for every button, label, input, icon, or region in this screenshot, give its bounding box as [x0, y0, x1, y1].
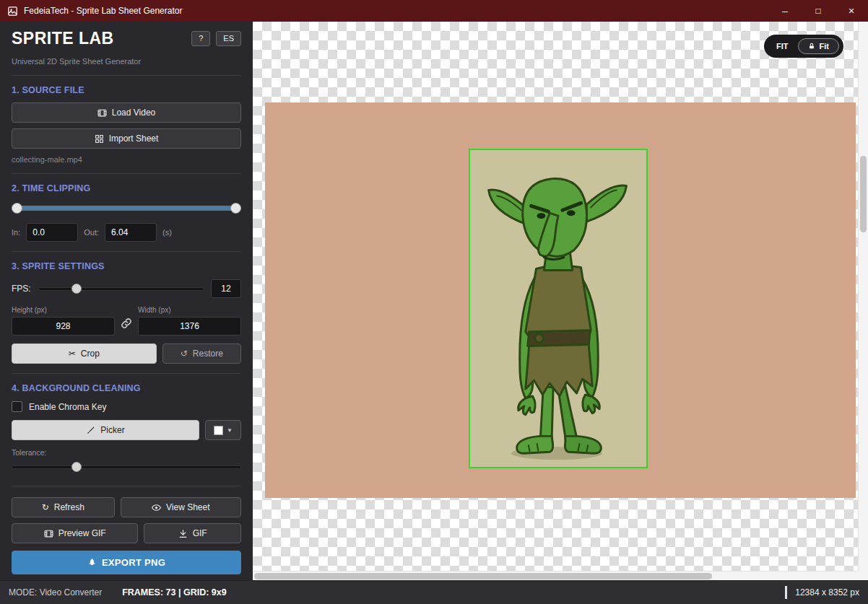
time-out-handle[interactable] — [230, 203, 241, 214]
time-io-row: In: Out: (s) — [12, 223, 241, 242]
preview-gif-button[interactable]: Preview GIF — [12, 523, 138, 543]
chroma-key-checkbox[interactable] — [12, 401, 22, 412]
gif-export-button[interactable]: GIF — [144, 523, 241, 543]
link-icon — [121, 318, 132, 329]
export-png-button[interactable]: EXPORT PNG — [12, 551, 241, 574]
time-range-slider[interactable] — [12, 203, 241, 214]
statusbar-divider — [785, 586, 787, 599]
language-button[interactable]: ES — [216, 31, 241, 46]
load-video-label: Load Video — [112, 108, 156, 118]
picker-row: Picker ▼ — [12, 420, 241, 440]
fit-mode-label[interactable]: FIT — [768, 42, 797, 51]
zoom-control-group: FIT Fit — [764, 35, 843, 58]
horizontal-scrollbar[interactable] — [253, 571, 858, 580]
seconds-unit-label: (s) — [162, 228, 172, 237]
output-dimensions-label: 12384 x 8352 px — [795, 587, 859, 598]
eye-icon — [152, 503, 161, 512]
tolerance-slider-track[interactable] — [12, 465, 241, 469]
fps-slider-track[interactable] — [38, 287, 204, 291]
grid-icon — [95, 134, 104, 144]
gif-export-label: GIF — [193, 528, 207, 538]
fps-slider[interactable] — [38, 284, 204, 294]
restore-label: Restore — [193, 349, 223, 359]
refresh-icon: ↻ — [42, 502, 49, 512]
height-input[interactable] — [12, 317, 115, 336]
section-sprite-settings: 3. SPRITE SETTINGS — [12, 261, 241, 271]
app-title: SPRITE LAB — [12, 29, 186, 48]
in-time-input[interactable] — [26, 223, 78, 242]
width-label: Width (px) — [138, 306, 241, 314]
width-column: Width (px) — [138, 306, 241, 336]
width-input[interactable] — [138, 317, 241, 336]
key-color-swatch — [214, 426, 223, 435]
brush-icon — [86, 426, 95, 435]
refresh-label: Refresh — [54, 502, 84, 512]
download-icon — [178, 529, 188, 538]
goblin-illustration — [470, 150, 646, 467]
height-label: Height (px) — [12, 306, 115, 314]
lock-icon — [808, 43, 815, 50]
sidebar-header: SPRITE LAB ? ES — [12, 29, 241, 48]
gif-row: Preview GIF GIF — [12, 523, 241, 543]
crop-button[interactable]: ✂ Crop — [12, 343, 157, 364]
refresh-button[interactable]: ↻ Refresh — [12, 497, 115, 517]
import-sheet-label: Import Sheet — [109, 134, 159, 144]
app-subtitle: Universal 2D Sprite Sheet Generator — [12, 57, 241, 66]
time-in-handle[interactable] — [12, 203, 22, 214]
restore-icon: ↺ — [181, 349, 188, 359]
status-bar: MODE: Video Converter FRAMES: 73 | GRID:… — [0, 580, 868, 604]
fit-lock-toggle[interactable]: Fit — [798, 38, 839, 54]
section-source-file: 1. SOURCE FILE — [12, 85, 241, 95]
divider — [12, 486, 241, 486]
view-sheet-label: View Sheet — [166, 502, 210, 512]
divider — [12, 251, 241, 252]
vertical-scrollbar[interactable] — [858, 22, 868, 571]
main-area: SPRITE LAB ? ES Universal 2D Sprite Shee… — [0, 22, 868, 580]
dimensions-row: Height (px) Width (px) — [12, 306, 241, 336]
window-title: FedeiaTech - Sprite Lab Sheet Generator — [24, 6, 182, 16]
divider — [12, 173, 241, 174]
refresh-view-row: ↻ Refresh View Sheet — [12, 497, 241, 517]
horizontal-scrollbar-thumb[interactable] — [254, 573, 712, 579]
crop-label: Crop — [81, 349, 100, 359]
time-range-track[interactable] — [12, 206, 241, 211]
divider — [12, 373, 241, 374]
close-button[interactable]: × — [835, 0, 868, 22]
preview-gif-label: Preview GIF — [58, 528, 106, 538]
fps-input[interactable] — [211, 279, 241, 298]
preview-canvas[interactable]: FIT Fit — [253, 22, 868, 580]
vertical-scrollbar-thumb[interactable] — [860, 156, 867, 232]
scissors-icon: ✂ — [69, 349, 76, 359]
load-video-button[interactable]: Load Video — [12, 102, 241, 123]
import-sheet-button[interactable]: Import Sheet — [12, 128, 241, 149]
out-time-input[interactable] — [105, 223, 157, 242]
chevron-down-icon: ▼ — [227, 427, 233, 434]
fit-toggle-label: Fit — [820, 42, 829, 51]
key-color-dropdown[interactable]: ▼ — [205, 420, 241, 440]
fps-slider-thumb[interactable] — [71, 284, 82, 294]
filmstrip-icon — [44, 529, 53, 538]
divider — [12, 75, 241, 76]
output-dimensions: 12384 x 8352 px — [785, 586, 859, 599]
out-label: Out: — [84, 228, 99, 237]
tolerance-slider-thumb[interactable] — [71, 462, 82, 472]
color-picker-button[interactable]: Picker — [12, 420, 199, 440]
minimize-button[interactable]: – — [768, 0, 802, 22]
maximize-button[interactable]: □ — [802, 0, 835, 22]
help-button[interactable]: ? — [191, 31, 210, 46]
picker-label: Picker — [100, 425, 124, 435]
tolerance-slider[interactable] — [12, 462, 241, 476]
scrollbar-corner — [858, 571, 868, 580]
restore-button[interactable]: ↺ Restore — [162, 343, 241, 364]
crop-row: ✂ Crop ↺ Restore — [12, 343, 241, 364]
aspect-link-toggle[interactable] — [121, 318, 132, 336]
section-background-cleaning: 4. BACKGROUND CLEANING — [12, 383, 241, 393]
title-bar: FedeiaTech - Sprite Lab Sheet Generator … — [0, 0, 868, 22]
section-time-clipping: 2. TIME CLIPPING — [12, 183, 241, 193]
app-window: FedeiaTech - Sprite Lab Sheet Generator … — [0, 0, 868, 604]
export-png-label: EXPORT PNG — [102, 557, 165, 568]
crop-selection-box[interactable] — [469, 149, 648, 468]
view-sheet-button[interactable]: View Sheet — [121, 497, 241, 517]
app-icon — [7, 6, 18, 17]
video-frame[interactable] — [265, 102, 856, 498]
